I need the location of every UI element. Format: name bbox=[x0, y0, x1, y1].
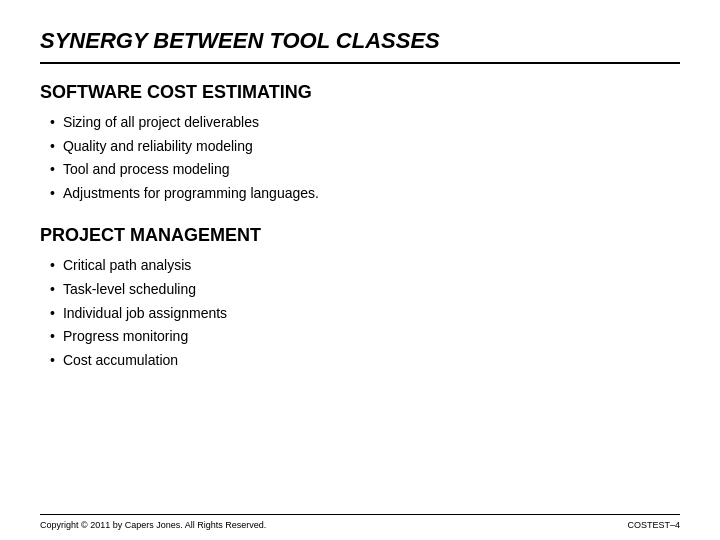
section-title-software-cost-estimating: SOFTWARE COST ESTIMATING bbox=[40, 82, 680, 103]
list-item: •Cost accumulation bbox=[50, 351, 680, 371]
footer-code: COSTEST–4 bbox=[627, 520, 680, 530]
bullet-icon: • bbox=[50, 280, 55, 300]
slide: SYNERGY BETWEEN TOOL CLASSES SOFTWARE CO… bbox=[0, 0, 720, 540]
list-item: •Tool and process modeling bbox=[50, 160, 680, 180]
bullet-icon: • bbox=[50, 184, 55, 204]
bullet-icon: • bbox=[50, 113, 55, 133]
list-item: •Adjustments for programming languages. bbox=[50, 184, 680, 204]
bullet-text: Task-level scheduling bbox=[63, 280, 196, 300]
section-software-cost-estimating: SOFTWARE COST ESTIMATING •Sizing of all … bbox=[40, 82, 680, 225]
bullet-text: Adjustments for programming languages. bbox=[63, 184, 319, 204]
section-title-project-management: PROJECT MANAGEMENT bbox=[40, 225, 680, 246]
bullet-list-project-management: •Critical path analysis•Task-level sched… bbox=[40, 256, 680, 370]
bullet-text: Progress monitoring bbox=[63, 327, 188, 347]
bullet-icon: • bbox=[50, 256, 55, 276]
list-item: •Task-level scheduling bbox=[50, 280, 680, 300]
bullet-icon: • bbox=[50, 351, 55, 371]
bullet-text: Critical path analysis bbox=[63, 256, 191, 276]
bullet-list-software-cost-estimating: •Sizing of all project deliverables•Qual… bbox=[40, 113, 680, 203]
bullet-text: Tool and process modeling bbox=[63, 160, 230, 180]
list-item: •Critical path analysis bbox=[50, 256, 680, 276]
bullet-icon: • bbox=[50, 137, 55, 157]
list-item: •Sizing of all project deliverables bbox=[50, 113, 680, 133]
footer: Copyright © 2011 by Capers Jones. All Ri… bbox=[40, 514, 680, 530]
footer-copyright: Copyright © 2011 by Capers Jones. All Ri… bbox=[40, 520, 266, 530]
bullet-text: Individual job assignments bbox=[63, 304, 227, 324]
slide-title: SYNERGY BETWEEN TOOL CLASSES bbox=[40, 28, 680, 64]
bullet-text: Quality and reliability modeling bbox=[63, 137, 253, 157]
bullet-icon: • bbox=[50, 327, 55, 347]
bullet-icon: • bbox=[50, 304, 55, 324]
bullet-icon: • bbox=[50, 160, 55, 180]
list-item: •Individual job assignments bbox=[50, 304, 680, 324]
list-item: •Progress monitoring bbox=[50, 327, 680, 347]
list-item: •Quality and reliability modeling bbox=[50, 137, 680, 157]
bullet-text: Cost accumulation bbox=[63, 351, 178, 371]
bullet-text: Sizing of all project deliverables bbox=[63, 113, 259, 133]
section-project-management: PROJECT MANAGEMENT •Critical path analys… bbox=[40, 225, 680, 392]
